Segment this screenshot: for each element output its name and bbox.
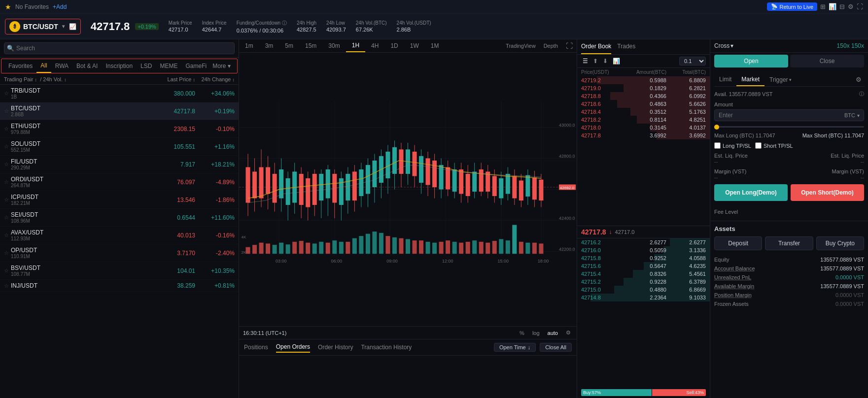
tab-transaction-history[interactable]: Transaction History [361,342,412,352]
star-icon[interactable]: ☆ [4,161,9,167]
tab-1d[interactable]: 1D [384,40,404,52]
ask-row[interactable]: 42718.4 0.3512 5.1763 [577,108,710,116]
bid-row[interactable]: 42715.4 0.8326 5.4561 [577,270,710,278]
tab-order-book[interactable]: Order Book [581,39,611,54]
long-tpsl-check[interactable]: Long TP/SL [714,142,751,149]
tab-1w[interactable]: 1W [404,40,425,52]
open-short-button[interactable]: Open Short(Demo) [791,184,864,201]
ask-row[interactable]: 42719.2 0.5988 6.8809 [577,76,710,84]
list-item[interactable]: ☆ SOL/USDT 552.15M 105.551 +1.16% [0,138,239,156]
amount-unit-arrow[interactable]: ▾ [857,113,860,118]
slider-handle[interactable] [714,125,719,130]
cross-label[interactable]: Cross ▾ [714,42,733,49]
star-icon[interactable]: ☆ [4,283,9,289]
tab-4h[interactable]: 4H [365,40,384,52]
depth-label[interactable]: Depth [540,40,562,51]
available-margin-label[interactable]: Available Margin [714,283,754,289]
star-icon[interactable]: ☆ [4,143,9,150]
fullscreen-icon[interactable]: ⛶ [857,3,863,10]
star-icon[interactable]: ☆ [4,90,9,97]
limit-mode-tab[interactable]: Limit [714,73,736,86]
tab-meme[interactable]: MEME [156,60,181,72]
tab-trades[interactable]: Trades [617,39,635,54]
bid-row[interactable]: 42714.8 2.2364 9.1033 [577,294,710,301]
star-icon[interactable]: ☆ [4,108,9,114]
tab-1m[interactable]: 1m [239,40,259,52]
tab-15m[interactable]: 15m [299,40,322,52]
tab-botai[interactable]: Bot & AI [72,60,102,72]
slider-track[interactable] [714,126,864,128]
transfer-button[interactable]: Transfer [765,236,813,250]
close-all-button[interactable]: Close All [540,343,572,352]
tab-positions[interactable]: Positions [244,342,268,352]
bid-row[interactable]: 42715.8 0.9252 4.0588 [577,254,710,262]
ob-view-chart-icon[interactable]: 📊 [611,57,622,66]
tab-favorites[interactable]: Favorites [4,60,36,72]
chart-nav-icon[interactable]: 📊 [829,3,836,10]
list-item[interactable]: ☆ ORDI/USDT 264.87M 76.097 -4.89% [0,173,239,191]
percent-toggle[interactable]: % [518,329,526,337]
position-margin-label[interactable]: Position Margin [714,292,752,298]
settings-chart-icon[interactable]: ⚙ [564,329,573,337]
list-item[interactable]: ☆ FIL/USDT 290.29M 7.917 +18.21% [0,156,239,173]
tab-3m[interactable]: 3m [259,40,279,52]
amount-input[interactable] [719,112,844,119]
ask-row[interactable]: 42718.2 0.8114 4.8251 [577,116,710,124]
ob-view-bids-icon[interactable]: ⬇ [601,57,609,66]
list-item[interactable]: ☆ BTC/USDT 2.86B 42717.8 +0.19% [0,102,239,120]
market-mode-tab[interactable]: Market [736,73,764,86]
tab-inscription[interactable]: Inscription [102,60,137,72]
list-item[interactable]: ☆ AVAX/USDT 112.93M 40.013 -0.16% [0,227,239,244]
add-favorites-link[interactable]: +Add [53,3,67,10]
ask-row[interactable]: 42719.0 0.1829 6.2821 [577,84,710,92]
bid-row[interactable]: 42715.0 0.4880 6.8669 [577,286,710,294]
avail-info-icon[interactable]: ⓘ [859,91,864,98]
vol-sort-icon[interactable]: ↕ [64,77,67,82]
bid-row[interactable]: 42716.0 0.5059 3.1336 [577,246,710,254]
star-icon[interactable]: ☆ [4,214,9,221]
buy-crypto-button[interactable]: Buy Crypto [816,236,864,250]
tab-lsd[interactable]: LSD [137,60,156,72]
star-icon[interactable]: ☆ [4,232,9,238]
pair-sort-icon[interactable]: ↕ [35,77,37,82]
account-balance-label[interactable]: Account Balance [714,265,755,271]
open-long-button[interactable]: Open Long(Demo) [714,184,788,201]
star-icon[interactable]: ☆ [4,126,9,132]
expand-chart-icon[interactable]: ⛶ [562,39,577,52]
bid-row[interactable]: 42716.2 2.6277 2.6277 [577,238,710,246]
layout-icon[interactable]: ⊟ [839,3,845,10]
tab-more[interactable]: More ▾ [210,60,233,72]
tab-all[interactable]: All [36,59,51,73]
short-tpsl-checkbox[interactable] [755,142,762,149]
return-to-live-button[interactable]: 📡 Return to Live [767,2,817,11]
tab-5m[interactable]: 5m [279,40,299,52]
leverage-selector[interactable]: 150x 150x [837,42,864,49]
ask-row[interactable]: 42718.6 0.4863 5.6626 [577,100,710,108]
open-tab-button[interactable]: Open [714,55,788,67]
tab-30m[interactable]: 30m [322,40,346,52]
close-tab-button[interactable]: Close [790,55,864,67]
tab-1mo[interactable]: 1M [425,40,445,52]
short-tpsl-check[interactable]: Short TP/SL [755,142,793,149]
bid-row[interactable]: 42715.6 0.5647 4.6235 [577,262,710,270]
star-icon[interactable]: ☆ [4,197,9,203]
list-item[interactable]: ☆ BSV/USDT 108.77M 104.01 +10.35% [0,262,239,280]
long-tpsl-checkbox[interactable] [714,142,721,149]
trigger-mode-tab[interactable]: Trigger▾ [764,73,797,86]
list-item[interactable]: ☆ ETH/USDT 979.88M 2308.15 -0.10% [0,120,239,138]
list-item[interactable]: ☆ INJ/USDT 38.259 +0.81% [0,280,239,292]
unrealized-pnl-label[interactable]: Unrealized PnL [714,274,751,280]
search-input[interactable] [4,42,235,54]
list-item[interactable]: ☆ OP/USDT 110.91M 3.7170 -2.40% [0,244,239,262]
bid-row[interactable]: 42715.2 0.9228 6.3789 [577,278,710,286]
list-item[interactable]: ☆ ICP/USDT 182.21M 13.546 -1.86% [0,191,239,209]
open-time-button[interactable]: Open Time ↓ [494,343,536,352]
deposit-button[interactable]: Deposit [714,236,762,250]
order-settings-icon[interactable]: ⚙ [853,73,864,86]
list-item[interactable]: ☆ TRB/USDT 1B 380.000 +34.06% [0,85,239,102]
change-sort-icon[interactable]: ↕ [233,77,235,82]
ob-view-both-icon[interactable]: ☰ [581,57,590,66]
tab-open-orders[interactable]: Open Orders [276,342,310,353]
tab-rwa[interactable]: RWA [51,60,72,72]
settings-icon[interactable]: ⚙ [848,3,854,10]
